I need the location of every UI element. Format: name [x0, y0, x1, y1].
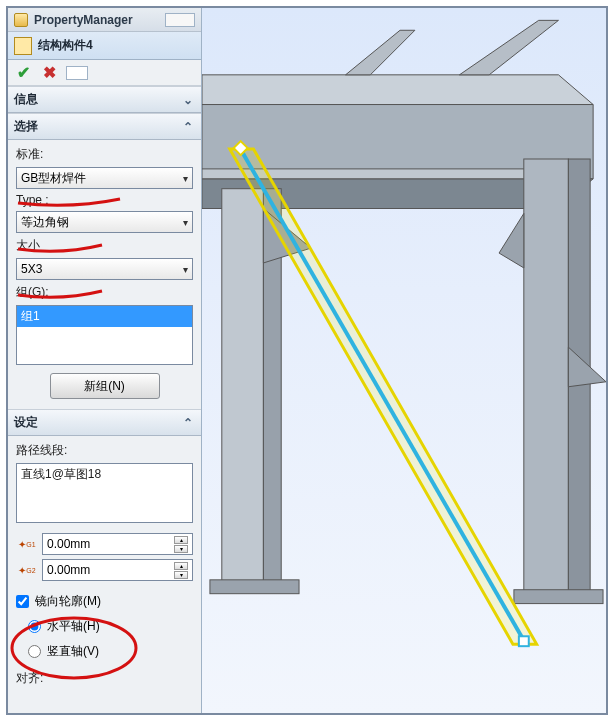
- offset2-row: ✦G2 0.00mm ▴▾: [16, 559, 193, 581]
- chevron-down-icon: ▾: [183, 264, 188, 275]
- svg-marker-6: [459, 20, 558, 74]
- offset1-row: ✦G1 0.00mm ▴▾: [16, 533, 193, 555]
- svg-rect-12: [210, 580, 299, 594]
- spinner-buttons[interactable]: ▴▾: [174, 536, 188, 553]
- offset2-icon: ✦G2: [16, 559, 38, 581]
- chevron-up-icon: ⌃: [181, 120, 195, 134]
- path-listbox[interactable]: 直线1@草图18: [16, 463, 193, 523]
- pm-titlebar: PropertyManager: [8, 8, 201, 32]
- pushpin-button[interactable]: [66, 66, 88, 80]
- horiz-radio-row: 水平轴(H): [16, 616, 193, 637]
- model-render: [202, 8, 606, 713]
- group-item-selected[interactable]: 组1: [17, 306, 192, 327]
- vert-radio[interactable]: [28, 645, 41, 658]
- standard-label: 标准:: [16, 146, 193, 163]
- svg-rect-19: [519, 636, 529, 646]
- graphics-viewport[interactable]: [202, 8, 606, 713]
- spinner-buttons[interactable]: ▴▾: [174, 562, 188, 579]
- section-info-header[interactable]: 信息 ⌄: [8, 86, 201, 113]
- align-label: 对齐:: [16, 670, 193, 687]
- mirror-checkbox[interactable]: [16, 595, 29, 608]
- feature-name: 结构构件4: [38, 37, 93, 54]
- vert-label: 竖直轴(V): [47, 643, 99, 660]
- property-manager-panel: PropertyManager 结构构件4 ✔ ✖ 信息 ⌄ 选择 ⌃ 标准: …: [8, 8, 202, 713]
- svg-rect-9: [514, 590, 603, 604]
- chevron-down-icon: ▾: [183, 173, 188, 184]
- section-settings-body: 路径线段: 直线1@草图18 ✦G1 0.00mm ▴▾ ✦G2 0.00mm …: [8, 436, 201, 697]
- svg-marker-5: [346, 30, 415, 75]
- vert-radio-row: 竖直轴(V): [16, 641, 193, 662]
- size-label: 大小: [16, 237, 193, 254]
- feature-header: 结构构件4: [8, 32, 201, 60]
- svg-marker-1: [202, 75, 593, 105]
- svg-line-17: [242, 151, 525, 642]
- new-group-label: 新组(N): [84, 378, 125, 395]
- size-combo[interactable]: 5X3 ▾: [16, 258, 193, 280]
- group-label: 组(G):: [16, 284, 193, 301]
- section-select-body: 标准: GB型材焊件 ▾ Type : 等边角钢 ▾ 大小 5X3 ▾ 组(G)…: [8, 140, 201, 409]
- section-settings-header[interactable]: 设定 ⌃: [8, 409, 201, 436]
- group-listbox[interactable]: 组1: [16, 305, 193, 365]
- pm-app-icon: [14, 13, 28, 27]
- ok-button[interactable]: ✔: [14, 64, 32, 82]
- svg-rect-7: [524, 159, 569, 595]
- section-select-header[interactable]: 选择 ⌃: [8, 113, 201, 140]
- type-combo[interactable]: 等边角钢 ▾: [16, 211, 193, 233]
- pm-title-text: PropertyManager: [34, 13, 133, 27]
- cancel-button[interactable]: ✖: [40, 64, 58, 82]
- size-value: 5X3: [21, 262, 42, 276]
- pm-pin-icon[interactable]: [165, 13, 195, 27]
- path-item[interactable]: 直线1@草图18: [21, 466, 188, 483]
- offset1-icon: ✦G1: [16, 533, 38, 555]
- path-label: 路径线段:: [16, 442, 193, 459]
- offset2-value: 0.00mm: [47, 563, 90, 577]
- chevron-down-icon: ⌄: [181, 93, 195, 107]
- type-label: Type :: [16, 193, 193, 207]
- svg-marker-14: [499, 213, 524, 267]
- mirror-check-row: 镜向轮廓(M): [16, 591, 193, 612]
- section-select-title: 选择: [14, 118, 38, 135]
- svg-rect-10: [222, 189, 264, 585]
- structural-member-icon: [14, 37, 32, 55]
- chevron-up-icon: ⌃: [181, 416, 195, 430]
- section-settings-title: 设定: [14, 414, 38, 431]
- chevron-down-icon: ▾: [183, 217, 188, 228]
- app-frame: PropertyManager 结构构件4 ✔ ✖ 信息 ⌄ 选择 ⌃ 标准: …: [6, 6, 608, 715]
- offset1-input[interactable]: 0.00mm ▴▾: [42, 533, 193, 555]
- offset2-input[interactable]: 0.00mm ▴▾: [42, 559, 193, 581]
- standard-combo[interactable]: GB型材焊件 ▾: [16, 167, 193, 189]
- horiz-label: 水平轴(H): [47, 618, 100, 635]
- type-value: 等边角钢: [21, 214, 69, 231]
- action-row: ✔ ✖: [8, 60, 201, 86]
- mirror-label: 镜向轮廓(M): [35, 593, 101, 610]
- horiz-radio[interactable]: [28, 620, 41, 633]
- offset1-value: 0.00mm: [47, 537, 90, 551]
- new-group-button[interactable]: 新组(N): [50, 373, 160, 399]
- section-info-title: 信息: [14, 91, 38, 108]
- standard-value: GB型材焊件: [21, 170, 86, 187]
